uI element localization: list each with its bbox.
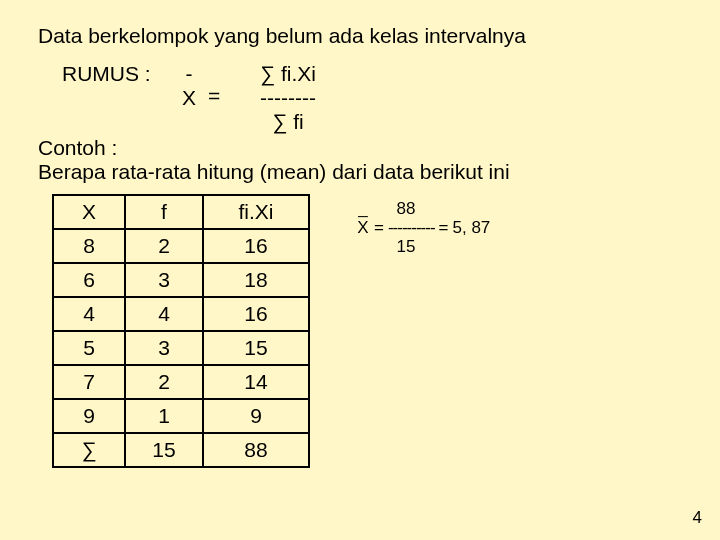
formula-block: RUMUS : - X = ∑ fi.Xi -------- ∑ fi — [62, 62, 720, 134]
fraction-numerator: ∑ fi.Xi — [242, 62, 334, 86]
table-row: 919 — [53, 399, 309, 433]
header-fixi: fi.Xi — [203, 195, 309, 229]
rumus-label: RUMUS : — [62, 62, 170, 134]
sum-fixi: 88 — [203, 433, 309, 467]
calc-denominator: 15 — [370, 238, 442, 257]
calc-xbar-bar: _ — [356, 200, 370, 219]
calc-fraction-line: ---------- — [388, 219, 435, 238]
table-row: 8216 — [53, 229, 309, 263]
calc-xbar-x: X — [356, 219, 370, 238]
calc-eq2: = — [435, 219, 453, 238]
sum-f: 15 — [125, 433, 203, 467]
calculation-block: _ 88 X = ---------- = 5, 87 15 — [356, 200, 490, 256]
table-sum-row: ∑ 15 88 — [53, 433, 309, 467]
fraction-line: -------- — [242, 86, 334, 110]
xbar-x: X — [170, 86, 208, 110]
data-table: X f fi.Xi 8216 6318 4416 5315 7214 919 ∑… — [52, 194, 310, 468]
header-x: X — [53, 195, 125, 229]
table-row: 4416 — [53, 297, 309, 331]
table-row: 7214 — [53, 365, 309, 399]
table-row: 5315 — [53, 331, 309, 365]
equals-sign: = — [208, 62, 242, 134]
slide-title: Data berkelompok yang belum ada kelas in… — [38, 24, 720, 48]
table-row: 6318 — [53, 263, 309, 297]
sum-label: ∑ — [53, 433, 125, 467]
contoh-label: Contoh : — [38, 136, 720, 160]
table-header-row: X f fi.Xi — [53, 195, 309, 229]
calc-eq: = — [370, 219, 388, 238]
calc-numerator: 88 — [370, 200, 442, 219]
page-number: 4 — [693, 508, 702, 528]
calc-result: 5, 87 — [453, 219, 491, 238]
header-f: f — [125, 195, 203, 229]
xbar-minus: - — [170, 62, 208, 86]
fraction-denominator: ∑ fi — [242, 110, 334, 134]
contoh-text: Berapa rata-rata hitung (mean) dari data… — [38, 160, 720, 184]
